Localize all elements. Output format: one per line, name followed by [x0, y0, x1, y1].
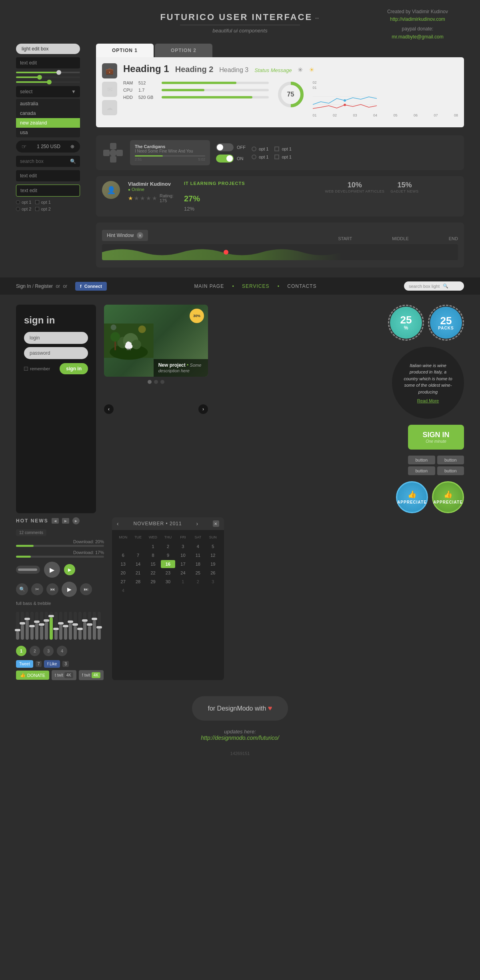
eq-bar-5[interactable] — [35, 612, 38, 640]
carousel-dot-2[interactable] — [154, 380, 158, 384]
cal-day-26[interactable]: 26 — [206, 569, 220, 577]
cal-day-31c[interactable]: 3 — [206, 578, 220, 586]
checkbox-dark-opt2[interactable]: opt 1 — [274, 155, 291, 159]
eq-bar-15[interactable] — [83, 612, 86, 640]
eq-bar-8[interactable] — [50, 612, 53, 640]
cal-day-17[interactable]: 17 — [176, 560, 190, 568]
slider-1[interactable] — [16, 72, 80, 73]
dropdown-item-canada[interactable]: canada — [16, 108, 80, 118]
eq-bar-6[interactable] — [40, 612, 43, 640]
page-1[interactable]: 1 — [16, 646, 26, 656]
light-edit-box[interactable]: light edit box — [16, 44, 80, 54]
eq-bar-12[interactable] — [69, 612, 72, 640]
cal-day-31d[interactable]: 4 — [116, 586, 130, 594]
remember-row[interactable]: remember — [24, 366, 50, 371]
signin-big-button[interactable]: SIGN IN One minute — [408, 425, 464, 450]
comments-badge[interactable]: 12 comments — [16, 529, 46, 536]
checkbox-opt1[interactable]: opt 1 — [35, 200, 50, 205]
carousel-next[interactable]: › — [198, 404, 208, 414]
cal-day-21[interactable]: 21 — [131, 569, 145, 577]
text-edit-3[interactable]: text edit — [16, 185, 80, 197]
footer-update-url[interactable]: http://designmodo.com/futurico/ — [0, 735, 480, 741]
vol-down-button[interactable]: 🔍 — [16, 583, 28, 595]
search-box[interactable]: search box 🔍 — [16, 156, 80, 167]
cal-day-23[interactable]: 23 — [161, 569, 175, 577]
prev-button[interactable]: ⏮ — [46, 583, 58, 595]
cal-day-15[interactable]: 15 — [146, 560, 160, 568]
tweet-button[interactable]: Tweet — [16, 660, 33, 668]
cal-day-9[interactable]: 9 — [161, 551, 175, 559]
toggle-off[interactable] — [216, 143, 234, 151]
password-input[interactable]: password — [24, 347, 88, 359]
eq-bar-7[interactable] — [45, 612, 48, 640]
number-input[interactable]: ☞ 1 250 USD ⊕ — [16, 141, 80, 153]
cal-day-10[interactable]: 10 — [176, 551, 190, 559]
eq-bar-14[interactable] — [78, 612, 82, 640]
cal-day-28[interactable]: 28 — [131, 578, 145, 586]
cal-next[interactable]: › — [196, 520, 199, 527]
cal-day-30[interactable]: 30 — [161, 578, 175, 586]
page-4[interactable]: 4 — [57, 646, 67, 656]
carousel-dot-1[interactable] — [148, 380, 152, 384]
dropdown-item-newzealand[interactable]: new zealand — [16, 118, 80, 128]
dropdown-item-australia[interactable]: australia — [16, 99, 80, 108]
cal-day-7[interactable]: 7 — [131, 551, 145, 559]
login-input[interactable]: login — [24, 332, 88, 344]
page-2[interactable]: 2 — [30, 646, 40, 656]
cal-day-14[interactable]: 14 — [131, 560, 145, 568]
music-progress[interactable] — [135, 155, 205, 157]
cal-day-4[interactable]: 4 — [191, 542, 205, 550]
cal-day-6[interactable]: 6 — [116, 551, 130, 559]
cal-day-25[interactable]: 25 — [191, 569, 205, 577]
appreciate-green-button[interactable]: 👍 APPRECIATE — [432, 481, 464, 513]
radio-opt2[interactable]: opt 2 — [16, 207, 31, 211]
read-more-link[interactable]: Read More — [417, 398, 439, 403]
eq-bar-3[interactable] — [26, 612, 29, 640]
eq-bar-1[interactable] — [16, 612, 19, 640]
donate-button[interactable]: 👍 DONATE — [16, 671, 49, 680]
slider-3[interactable] — [16, 81, 80, 83]
dpad-left[interactable] — [103, 150, 110, 156]
scissors-button[interactable]: ✂ — [31, 583, 43, 595]
carousel-dot-3[interactable] — [160, 380, 164, 384]
button-2[interactable]: button — [437, 456, 464, 464]
nav-contacts[interactable]: CONTACTS — [287, 283, 316, 289]
cal-day-19[interactable]: 19 — [206, 560, 220, 568]
checkbox-dark-opt1[interactable]: opt 1 — [274, 147, 291, 151]
cal-day-12[interactable]: 12 — [206, 551, 220, 559]
news-icon-2[interactable]: ▶ — [62, 518, 69, 524]
cal-day-3[interactable]: 3 — [176, 542, 190, 550]
carousel-prev[interactable]: ‹ — [104, 404, 114, 414]
eq-bar-17[interactable] — [93, 612, 96, 640]
cal-day-20[interactable]: 20 — [116, 569, 130, 577]
next-button[interactable]: ⏭ — [80, 583, 92, 595]
cal-day-22[interactable]: 22 — [146, 569, 160, 577]
cal-day-2[interactable]: 2 — [161, 542, 175, 550]
cal-day-31a[interactable]: 1 — [176, 578, 190, 586]
volume-slider[interactable] — [16, 566, 40, 574]
tab-option2[interactable]: OPTION 2 — [155, 44, 212, 57]
cal-close-button[interactable]: ✕ — [213, 520, 219, 527]
cal-day-11[interactable]: 11 — [191, 551, 205, 559]
dpad-up[interactable] — [110, 143, 116, 149]
cal-day-31b[interactable]: 2 — [191, 578, 205, 586]
wave-progress[interactable] — [102, 244, 458, 260]
eq-bar-10[interactable] — [59, 612, 62, 640]
eq-bar-9[interactable] — [54, 612, 58, 640]
register-link[interactable]: Register — [35, 283, 53, 289]
cal-prev[interactable]: ‹ — [117, 520, 119, 527]
radio-opt1[interactable]: opt 1 — [16, 200, 31, 205]
dpad-down[interactable] — [110, 156, 116, 163]
cal-day-24[interactable]: 24 — [176, 569, 190, 577]
like-button[interactable]: f Like — [44, 660, 60, 668]
button-3[interactable]: button — [408, 466, 435, 475]
text-edit-1[interactable]: text edit — [16, 57, 80, 68]
fb-button-1[interactable]: f twit 4K — [79, 670, 104, 680]
nav-main-page[interactable]: MAIN PAGE — [194, 283, 224, 289]
cal-day-8[interactable]: 8 — [146, 551, 160, 559]
signin-button[interactable]: sign in — [60, 363, 88, 374]
play-button-large[interactable]: ▶ — [44, 562, 60, 578]
play-button-green[interactable]: ▶ — [64, 564, 75, 575]
tab-option1[interactable]: OPTION 1 — [96, 44, 154, 57]
checkbox-opt2[interactable]: opt 2 — [35, 207, 50, 211]
